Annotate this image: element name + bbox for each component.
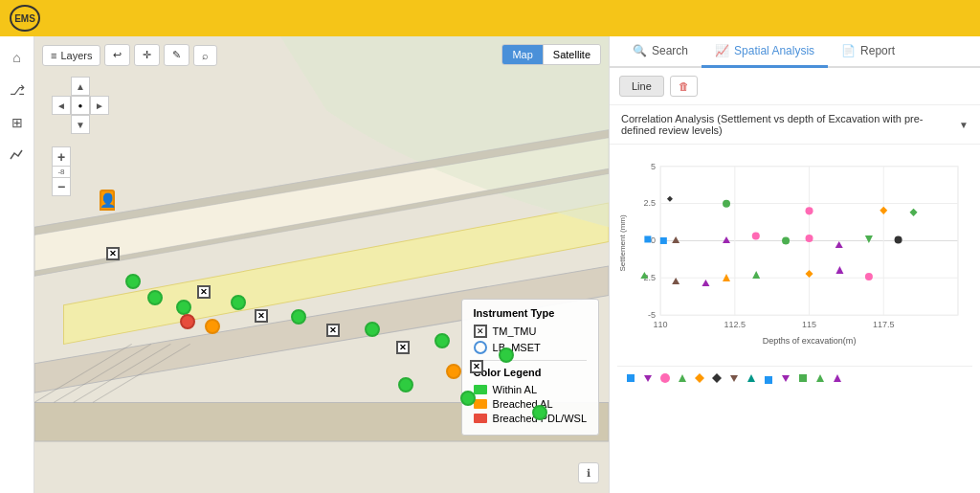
svg-text:112.5: 112.5 [724,320,746,329]
svg-text:5: 5 [651,162,656,171]
instrument-type-title: Instrument Type [474,307,587,319]
sidebar-chart[interactable] [4,142,31,168]
map-container[interactable]: ≡ Layers ↩ ✛ ✎ ⌕ Map Satellite [34,36,609,493]
svg-point-35 [723,200,730,208]
marker-green-3[interactable] [176,300,191,315]
search-map-button[interactable]: ⌕ [193,45,217,66]
marker-green-7[interactable] [434,333,450,348]
tab-search[interactable]: 🔍 Search [619,36,702,68]
svg-text:Settlement (mm): Settlement (mm) [618,214,627,272]
svg-text:0: 0 [651,235,656,245]
marker-green-10[interactable] [460,391,476,406]
breached-pdl-color [474,414,487,423]
main-layout: ⌂ ⎇ ⊞ ≡ Layers ↩ ✛ ✎ ⌕ Map Satellite [0,36,980,493]
svg-marker-66 [782,375,790,382]
tab-report[interactable]: 📄 Report [828,36,908,68]
svg-marker-68 [816,374,824,382]
svg-rect-67 [799,374,807,382]
svg-marker-61 [695,373,704,383]
svg-marker-60 [679,374,686,382]
legend-breached-al: Breached AL [474,398,587,410]
svg-text:2.5: 2.5 [644,198,657,208]
legend-brown-down [728,370,740,386]
info-button[interactable]: ℹ [578,462,599,483]
marker-green-8[interactable] [499,347,514,363]
satellite-button[interactable]: Satellite [544,45,600,64]
legend-within-al: Within AL [474,384,587,395]
marker-green-9[interactable] [398,377,413,392]
tmu-label: TM_TMU [493,325,537,337]
layers-button[interactable]: ≡ Layers [42,45,100,66]
svg-text:110: 110 [654,320,668,329]
svg-point-36 [806,207,813,214]
marker-green-4[interactable] [231,295,246,310]
breached-al-color [474,399,487,409]
sidebar-home[interactable]: ⌂ [4,44,31,71]
report-icon: 📄 [841,44,856,57]
legend-teal-up [746,370,757,386]
svg-point-45 [806,235,813,242]
marker-green-6[interactable] [365,322,380,337]
svg-point-59 [660,373,670,383]
analysis-dropdown[interactable]: Correlation Analysis (Settlement vs dept… [610,105,980,145]
legend-blue-square [625,370,636,386]
marker-red-1[interactable] [180,314,195,329]
delete-button[interactable]: 🗑 [670,76,698,97]
marker-tmu-6[interactable]: ✕ [470,360,483,373]
chart-icon: 📈 [715,44,729,57]
sidebar-share[interactable]: ⎇ [4,77,31,103]
chart-area: 5 2.5 0 -2.5 -5 110 112.5 115 117.5 Dept… [610,145,980,493]
zoom-out[interactable]: − [52,177,71,196]
marker-tmu-1[interactable]: ✕ [106,247,120,260]
nav-left[interactable]: ◄ [52,96,71,115]
legend-purple-down [642,370,654,386]
marker-tmu-3[interactable]: ✕ [255,309,268,323]
map-button[interactable]: Map [502,45,543,64]
marker-orange-1[interactable] [205,319,220,334]
svg-marker-63 [730,375,738,382]
zoom-in[interactable]: + [52,146,71,166]
marker-green-1[interactable] [125,274,141,289]
scatter-chart: 5 2.5 0 -2.5 -5 110 112.5 115 117.5 Dept… [617,152,972,363]
marker-orange-2[interactable] [446,364,461,379]
marker-green-5[interactable] [291,309,306,325]
nav-center[interactable]: ● [71,96,90,115]
tab-bar: 🔍 Search 📈 Spatial Analysis 📄 Report [610,36,980,68]
marker-tmu-5[interactable]: ✕ [396,341,410,354]
svg-text:115: 115 [802,320,816,329]
symbol-legend [617,366,972,390]
marker-green-2[interactable] [147,290,163,305]
sidebar-layers[interactable]: ⊞ [4,109,31,136]
nav-down[interactable]: ▼ [71,115,90,134]
svg-text:Depths of excavation(m): Depths of excavation(m) [763,336,857,346]
svg-marker-64 [747,374,755,382]
person-marker[interactable]: 👤 [100,190,115,211]
within-al-color [474,385,487,394]
marker-tmu-4[interactable]: ✕ [326,324,340,337]
legend-blue-square-2 [763,374,774,386]
nav-up[interactable]: ▲ [71,77,90,96]
dropdown-arrow-icon: ▼ [959,120,969,130]
legend-black-diamond [711,370,723,386]
legend-purple-up [832,370,843,386]
marker-tmu-2[interactable]: ✕ [197,285,211,299]
draw-button[interactable]: ✎ [164,44,189,66]
svg-rect-65 [765,376,772,384]
nav-right[interactable]: ► [90,96,109,115]
svg-text:117.5: 117.5 [873,320,895,329]
svg-point-44 [782,236,790,244]
legend-mset: LB_MSET [474,341,587,354]
tmu-icon: ✕ [474,325,487,338]
svg-rect-40 [660,237,667,244]
tab-spatial-analysis[interactable]: 📈 Spatial Analysis [702,36,828,68]
line-button[interactable]: Line [619,76,664,97]
svg-rect-57 [627,374,635,382]
right-panel: 🔍 Search 📈 Spatial Analysis 📄 Report Lin… [609,36,980,493]
mset-icon [474,341,487,354]
undo-button[interactable]: ↩ [104,44,130,66]
topbar: EMS [0,0,980,36]
search-icon: 🔍 [633,44,647,57]
ems-logo[interactable]: EMS [10,5,40,32]
marker-green-11[interactable] [532,405,547,420]
move-button[interactable]: ✛ [134,44,160,66]
